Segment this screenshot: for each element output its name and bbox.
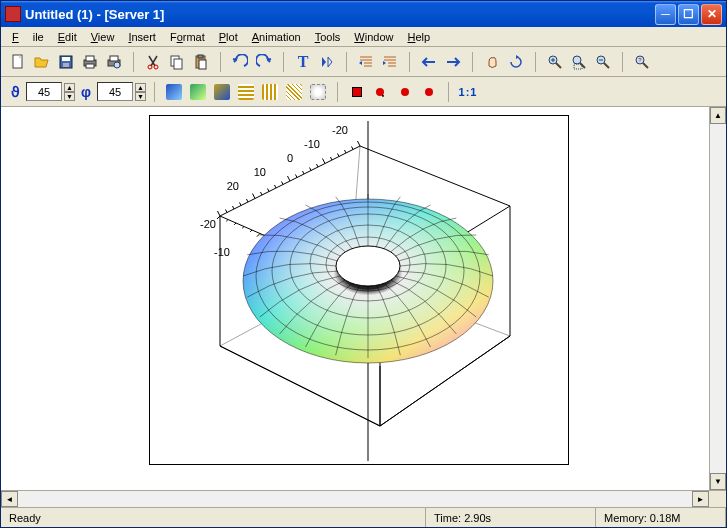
separator xyxy=(133,52,134,72)
scroll-track[interactable] xyxy=(18,491,692,507)
title-bar: Untitled (1) - [Server 1] ─ ☐ ✕ xyxy=(1,1,726,27)
svg-rect-13 xyxy=(174,59,182,69)
separator xyxy=(337,82,338,102)
svg-text:-20: -20 xyxy=(200,218,216,230)
scroll-corner xyxy=(709,491,726,507)
svg-rect-2 xyxy=(62,57,70,61)
zoom-select-button[interactable] xyxy=(568,51,590,73)
menu-format[interactable]: Format xyxy=(163,29,212,45)
zoom-out-button[interactable] xyxy=(592,51,614,73)
horizontal-scrollbar[interactable]: ◄ ► xyxy=(1,490,726,507)
phi-control: φ ▲▼ xyxy=(77,82,146,101)
separator xyxy=(472,52,473,72)
separator xyxy=(154,82,155,102)
marker-square-button[interactable] xyxy=(346,81,368,103)
plot-svg: -20 -10 0 10 20 -20 -10 0 10 20 xyxy=(150,116,570,466)
separator xyxy=(283,52,284,72)
menu-insert[interactable]: Insert xyxy=(121,29,163,45)
new-button[interactable] xyxy=(7,51,29,73)
print-button[interactable] xyxy=(79,51,101,73)
theta-icon: ϑ xyxy=(11,84,20,100)
play-button[interactable] xyxy=(316,51,338,73)
status-memory: Memory: 0.18M xyxy=(596,508,726,527)
plot-frame: -20 -10 0 10 20 -20 -10 0 10 20 xyxy=(149,115,569,465)
toolbar-main: T ? xyxy=(1,47,726,77)
svg-text:-10: -10 xyxy=(214,246,230,258)
style-e-button[interactable] xyxy=(259,81,281,103)
red-dot-icon xyxy=(425,88,433,96)
window-buttons: ─ ☐ ✕ xyxy=(655,4,722,25)
separator xyxy=(535,52,536,72)
svg-rect-15 xyxy=(198,55,203,58)
svg-text:10: 10 xyxy=(254,166,266,178)
red-square-icon xyxy=(352,87,362,97)
svg-rect-3 xyxy=(63,63,69,67)
undo-button[interactable] xyxy=(229,51,251,73)
scroll-left-button[interactable]: ◄ xyxy=(1,491,18,507)
style-a-button[interactable] xyxy=(163,81,185,103)
red-dot-icon xyxy=(401,88,409,96)
separator xyxy=(220,52,221,72)
style-f-button[interactable] xyxy=(283,81,305,103)
svg-rect-6 xyxy=(86,64,94,68)
text-tool-button[interactable]: T xyxy=(292,51,314,73)
svg-point-9 xyxy=(114,62,120,68)
scroll-track[interactable] xyxy=(710,124,726,473)
menu-bar: File Edit View Insert Format Plot Animat… xyxy=(1,27,726,47)
menu-view[interactable]: View xyxy=(84,29,122,45)
theta-spinner[interactable]: ▲▼ xyxy=(64,83,75,101)
minimize-button[interactable]: ─ xyxy=(655,4,676,25)
style-b-button[interactable] xyxy=(187,81,209,103)
phi-icon: φ xyxy=(81,84,91,100)
redo-button[interactable] xyxy=(253,51,275,73)
status-bar: Ready Time: 2.90s Memory: 0.18M xyxy=(1,507,726,527)
menu-plot[interactable]: Plot xyxy=(212,29,245,45)
menu-window[interactable]: Window xyxy=(347,29,400,45)
vertical-scrollbar[interactable]: ▲ ▼ xyxy=(709,107,726,490)
one-to-one-button[interactable]: 1:1 xyxy=(457,81,479,103)
zoom-in-button[interactable] xyxy=(544,51,566,73)
content-area: -20 -10 0 10 20 -20 -10 0 10 20 xyxy=(1,107,726,490)
scroll-down-button[interactable]: ▼ xyxy=(710,473,726,490)
paste-button[interactable] xyxy=(190,51,212,73)
separator xyxy=(622,52,623,72)
separator xyxy=(448,82,449,102)
print-preview-button[interactable] xyxy=(103,51,125,73)
save-button[interactable] xyxy=(55,51,77,73)
menu-help[interactable]: Help xyxy=(400,29,437,45)
arrow-right-button[interactable] xyxy=(442,51,464,73)
scroll-up-button[interactable]: ▲ xyxy=(710,107,726,124)
indent-decrease-button[interactable] xyxy=(355,51,377,73)
status-ready: Ready xyxy=(1,508,426,527)
maximize-button[interactable]: ☐ xyxy=(678,4,699,25)
scroll-right-button[interactable]: ► xyxy=(692,491,709,507)
marker-dot-a-button[interactable]: ▪ xyxy=(370,81,392,103)
rotate-button[interactable] xyxy=(505,51,527,73)
separator xyxy=(346,52,347,72)
marker-dot-b-button[interactable] xyxy=(394,81,416,103)
phi-spinner[interactable]: ▲▼ xyxy=(135,83,146,101)
marker-dot-c-button[interactable] xyxy=(418,81,440,103)
pan-button[interactable] xyxy=(481,51,503,73)
phi-input[interactable] xyxy=(97,82,133,101)
toolbar-angles: ϑ ▲▼ φ ▲▼ ▪ 1:1 xyxy=(1,77,726,107)
style-d-button[interactable] xyxy=(235,81,257,103)
indent-increase-button[interactable] xyxy=(379,51,401,73)
canvas[interactable]: -20 -10 0 10 20 -20 -10 0 10 20 xyxy=(1,107,709,490)
svg-point-18 xyxy=(573,56,581,64)
help-button[interactable]: ? xyxy=(631,51,653,73)
menu-edit[interactable]: Edit xyxy=(51,29,84,45)
arrow-left-button[interactable] xyxy=(418,51,440,73)
theta-input[interactable] xyxy=(26,82,62,101)
svg-text:20: 20 xyxy=(227,180,239,192)
theta-control: ϑ ▲▼ xyxy=(7,82,75,101)
menu-animation[interactable]: Animation xyxy=(245,29,308,45)
cut-button[interactable] xyxy=(142,51,164,73)
open-button[interactable] xyxy=(31,51,53,73)
menu-file[interactable]: File xyxy=(5,29,51,45)
copy-button[interactable] xyxy=(166,51,188,73)
style-c-button[interactable] xyxy=(211,81,233,103)
close-button[interactable]: ✕ xyxy=(701,4,722,25)
style-g-button[interactable] xyxy=(307,81,329,103)
menu-tools[interactable]: Tools xyxy=(308,29,348,45)
